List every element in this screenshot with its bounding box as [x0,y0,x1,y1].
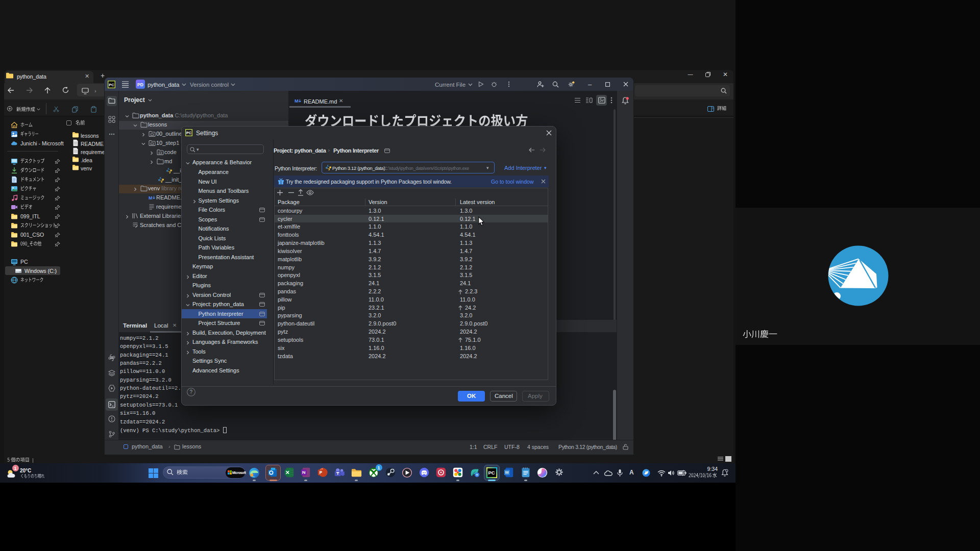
svg-text:M: M [149,195,153,201]
svg-text:PC: PC [109,83,114,87]
svg-text:PC: PC [488,470,495,475]
svg-text:M: M [295,98,299,104]
svg-text:?: ? [190,389,193,395]
svg-text:PC: PC [186,131,191,135]
